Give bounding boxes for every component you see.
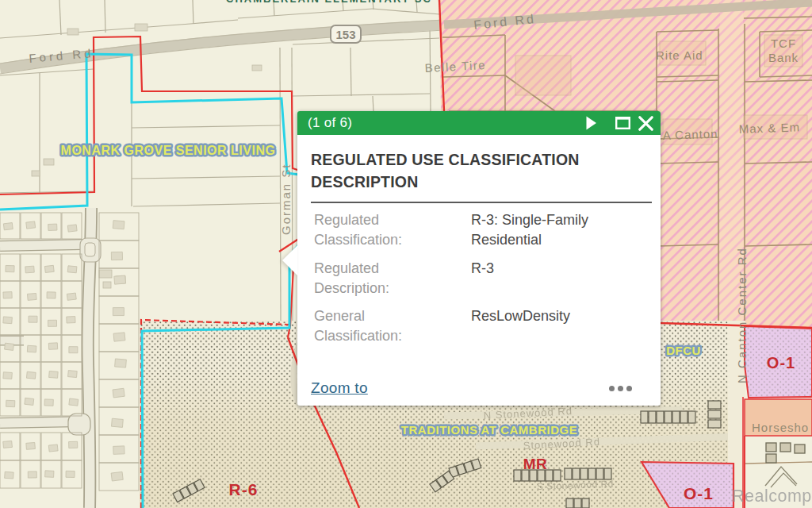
svg-text:Max & Em: Max & Em: [739, 120, 801, 136]
svg-text:TRADITIONS AT CAMBRIDGE: TRADITIONS AT CAMBRIDGE: [401, 423, 577, 437]
svg-text:DFCU: DFCU: [666, 344, 701, 357]
svg-text:TCF: TCF: [771, 37, 796, 50]
svg-text:O-1: O-1: [684, 484, 714, 502]
svg-text:MR: MR: [523, 456, 548, 472]
svg-text:R-6: R-6: [229, 480, 259, 498]
svg-text:Rite Aid: Rite Aid: [656, 48, 703, 62]
svg-text:A Canton: A Canton: [663, 127, 718, 142]
svg-text:Bank: Bank: [768, 51, 799, 64]
svg-text:Gorman St: Gorman St: [279, 163, 293, 235]
svg-text:O-1: O-1: [767, 354, 795, 371]
svg-text:N Canton Center Rd: N Canton Center Rd: [735, 247, 749, 383]
svg-text:MONARK GROVE SENIOR LIVING: MONARK GROVE SENIOR LIVING: [61, 144, 276, 157]
svg-text:Horsesho: Horsesho: [752, 421, 809, 434]
svg-text:153: 153: [335, 28, 355, 41]
svg-text:CHAMBERLAIN ELEMENTARY SC: CHAMBERLAIN ELEMENTARY SC: [226, 0, 432, 5]
svg-text:Realcomp: Realcomp: [732, 487, 812, 506]
